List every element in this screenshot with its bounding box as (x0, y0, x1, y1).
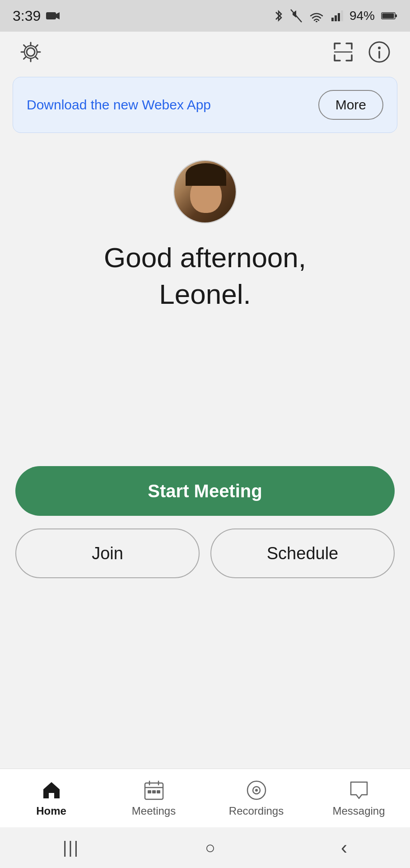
nav-home-label: Home (36, 805, 66, 817)
camera-status-icon (45, 9, 61, 22)
svg-rect-6 (335, 15, 337, 21)
banner-text: Download the new Webex App (27, 97, 211, 113)
greeting-text: Good afternoon, Leonel. (104, 240, 306, 312)
home-icon (41, 779, 62, 801)
avatar-image (174, 161, 236, 222)
svg-point-4 (316, 21, 317, 22)
greeting-line2: Leonel. (159, 278, 251, 310)
nav-messaging[interactable]: Messaging (308, 779, 410, 817)
greeting-line1: Good afternoon, (104, 242, 306, 273)
info-icon (367, 40, 391, 64)
header (0, 32, 410, 72)
settings-button[interactable] (18, 39, 43, 65)
nav-messaging-label: Messaging (332, 805, 385, 817)
battery-display: 94% (349, 9, 375, 23)
nav-meetings-label: Meetings (132, 805, 176, 817)
svg-rect-7 (338, 13, 340, 21)
avatar[interactable] (173, 160, 237, 223)
svg-rect-5 (331, 18, 334, 21)
main-content: Good afternoon, Leonel. Start Meeting Jo… (0, 142, 410, 578)
schedule-button[interactable]: Schedule (210, 528, 395, 578)
gear-icon (19, 40, 43, 64)
svg-marker-1 (56, 12, 60, 19)
wifi-icon (309, 9, 324, 22)
more-button[interactable]: More (318, 90, 383, 120)
recordings-icon (246, 779, 267, 801)
nav-meetings[interactable]: Meetings (102, 779, 205, 817)
svg-point-27 (255, 789, 258, 792)
svg-rect-24 (157, 790, 160, 793)
nav-recordings[interactable]: Recordings (205, 779, 308, 817)
header-right-icons (331, 39, 392, 65)
status-icons: 94% (274, 9, 397, 23)
svg-rect-8 (341, 10, 343, 21)
scan-icon (331, 40, 355, 64)
messaging-icon (348, 779, 370, 801)
signal-icon (331, 9, 343, 22)
home-button[interactable]: ○ (205, 838, 215, 858)
back-button[interactable]: ‹ (341, 837, 347, 859)
join-button[interactable]: Join (15, 528, 200, 578)
status-time: 3:39 (13, 8, 61, 24)
bluetooth-icon (274, 9, 284, 23)
svg-rect-10 (395, 14, 397, 17)
system-nav: ||| ○ ‹ (0, 827, 410, 868)
svg-rect-11 (382, 14, 394, 19)
svg-rect-0 (46, 12, 56, 19)
bottom-nav: Home Meetings Recordings Messaging (0, 769, 410, 827)
battery-icon (381, 11, 397, 20)
start-meeting-button[interactable]: Start Meeting (15, 466, 395, 516)
nav-home[interactable]: Home (0, 779, 102, 817)
scan-button[interactable] (331, 39, 356, 65)
meetings-icon (143, 779, 165, 801)
time-display: 3:39 (13, 8, 41, 24)
svg-rect-22 (148, 790, 151, 793)
info-button[interactable] (367, 39, 392, 65)
svg-point-12 (27, 48, 35, 56)
download-banner: Download the new Webex App More (13, 77, 397, 133)
svg-point-16 (378, 47, 381, 49)
secondary-buttons: Join Schedule (15, 528, 395, 578)
mute-icon (290, 9, 303, 23)
svg-rect-23 (152, 790, 156, 793)
recents-button[interactable]: ||| (63, 838, 79, 857)
nav-recordings-label: Recordings (229, 805, 284, 817)
status-bar: 3:39 94% (0, 0, 410, 32)
